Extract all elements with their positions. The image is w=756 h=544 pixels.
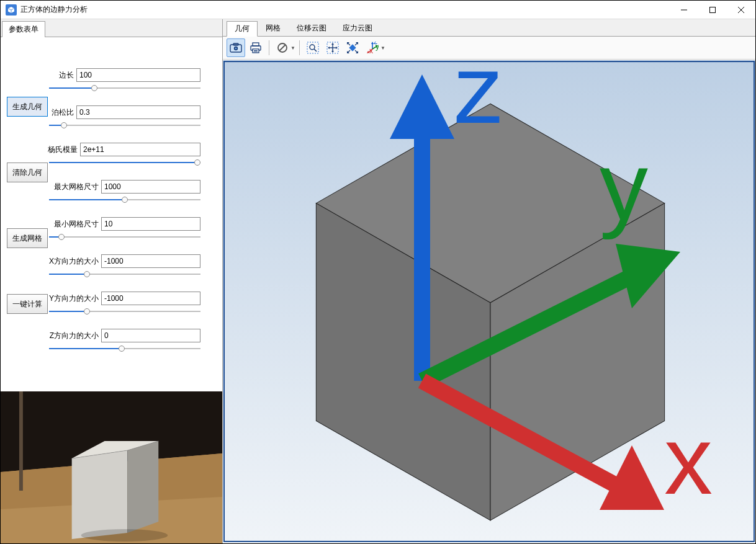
slider-edge[interactable] — [49, 84, 200, 92]
slider-poisson[interactable] — [49, 122, 200, 129]
svg-rect-9 — [19, 391, 23, 491]
field-minMesh: 最小网格尺寸 — [48, 217, 200, 241]
tab-params[interactable]: 参数表单 — [2, 21, 45, 37]
app-icon — [6, 4, 17, 16]
zoom-box-button[interactable] — [304, 38, 322, 57]
left-tab-header: 参数表单 — [1, 19, 222, 37]
svg-line-30 — [314, 49, 317, 51]
close-button[interactable] — [727, 1, 755, 19]
tab-mesh[interactable]: 网格 — [258, 20, 289, 36]
input-fz[interactable] — [101, 329, 200, 342]
input-young[interactable] — [80, 143, 200, 156]
svg-text:y: y — [376, 42, 379, 51]
input-fx[interactable] — [101, 254, 200, 268]
axis-y-label: y — [600, 132, 648, 240]
print-button[interactable] — [246, 38, 265, 57]
svg-text:x: x — [369, 47, 373, 54]
svg-marker-62 — [390, 74, 454, 139]
field-fx: X方向力的大小 — [48, 254, 200, 278]
axis-x-label: x — [664, 406, 713, 514]
toolbar-separator — [269, 40, 269, 55]
input-maxMesh[interactable] — [101, 180, 200, 194]
field-edge: 边长 — [48, 68, 200, 92]
input-poisson[interactable] — [76, 105, 200, 119]
slider-fy[interactable] — [49, 308, 200, 315]
svg-marker-64 — [616, 244, 680, 308]
field-young: 杨氏模量 — [48, 143, 200, 166]
svg-rect-28 — [307, 42, 318, 53]
label-minMesh: 最小网格尺寸 — [48, 219, 99, 230]
pan-button[interactable] — [323, 38, 342, 57]
label-edge: 边长 — [48, 70, 74, 81]
field-maxMesh: 最大网格尺寸 — [48, 180, 200, 203]
slider-fz[interactable] — [49, 345, 200, 352]
reference-photo — [1, 391, 222, 543]
svg-marker-34 — [331, 43, 334, 45]
input-fy[interactable] — [101, 292, 200, 305]
dropdown-arrow-icon[interactable]: ▼ — [380, 45, 385, 51]
svg-marker-35 — [331, 51, 334, 53]
label-young: 杨氏模量 — [48, 145, 78, 155]
fit-view-button[interactable] — [343, 38, 362, 57]
svg-point-16 — [81, 529, 168, 542]
svg-rect-38 — [349, 44, 356, 51]
svg-marker-37 — [336, 47, 338, 49]
input-edge[interactable] — [76, 68, 200, 82]
svg-point-29 — [310, 45, 315, 50]
field-fz: Z方向力的大小 — [48, 329, 200, 352]
tab-geom[interactable]: 几何 — [227, 21, 258, 37]
label-maxMesh: 最大网格尺寸 — [48, 182, 99, 192]
svg-marker-36 — [328, 47, 330, 49]
gen-mesh-button[interactable]: 生成网格 — [7, 228, 48, 248]
slider-minMesh[interactable] — [49, 233, 200, 241]
viewport-3d[interactable]: z y x — [223, 60, 755, 543]
svg-line-65 — [422, 381, 632, 494]
tab-stress[interactable]: 应力云图 — [335, 20, 380, 36]
label-fz: Z方向力的大小 — [48, 331, 99, 341]
viewport-toolbar: ▼ zyx ▼ — [223, 37, 755, 60]
svg-point-20 — [235, 48, 237, 50]
tab-disp[interactable]: 位移云图 — [289, 20, 335, 36]
right-panel: 几何 网格 位移云图 应力云图 ▼ — [223, 19, 755, 543]
slider-young[interactable] — [49, 159, 200, 166]
minimize-button[interactable] — [670, 1, 698, 19]
svg-rect-3 — [710, 7, 716, 12]
slider-maxMesh[interactable] — [49, 196, 200, 203]
slider-fx[interactable] — [49, 270, 200, 278]
gen-geometry-button[interactable]: 生成几何 — [7, 97, 48, 117]
maximize-button[interactable] — [698, 1, 727, 19]
no-entry-button[interactable] — [273, 38, 292, 57]
svg-line-27 — [279, 45, 286, 51]
window-title: 正方体的边静力分析 — [20, 4, 670, 15]
dropdown-arrow-icon[interactable]: ▼ — [290, 45, 295, 51]
svg-marker-10 — [127, 441, 158, 533]
left-panel: 参数表单 生成几何 清除几何 生成网格 一键计算 边长泊松比杨氏模量最大网格尺寸… — [1, 19, 223, 543]
svg-marker-11 — [72, 450, 128, 539]
toolbar-separator — [299, 40, 300, 55]
svg-rect-21 — [253, 43, 259, 46]
right-tab-bar: 几何 网格 位移云图 应力云图 — [223, 19, 755, 37]
label-fy: Y方向力的大小 — [48, 293, 99, 304]
label-fx: X方向力的大小 — [48, 256, 99, 267]
clear-geometry-button[interactable]: 清除几何 — [7, 163, 48, 182]
input-minMesh[interactable] — [101, 217, 200, 231]
screenshot-button[interactable] — [227, 38, 245, 57]
titlebar: 正方体的边静力分析 — [1, 1, 755, 19]
label-poisson: 泊松比 — [48, 107, 74, 118]
field-poisson: 泊松比 — [48, 105, 200, 129]
svg-line-63 — [422, 268, 648, 381]
axis-gizmo: z y x — [253, 60, 755, 526]
axis-orient-button[interactable]: zyx — [363, 38, 382, 57]
axis-z-label: z — [454, 60, 503, 143]
one-click-button[interactable]: 一键计算 — [7, 294, 48, 314]
field-fy: Y方向力的大小 — [48, 292, 200, 315]
form-area: 生成几何 清除几何 生成网格 一键计算 边长泊松比杨氏模量最大网格尺寸最小网格尺… — [1, 37, 222, 391]
